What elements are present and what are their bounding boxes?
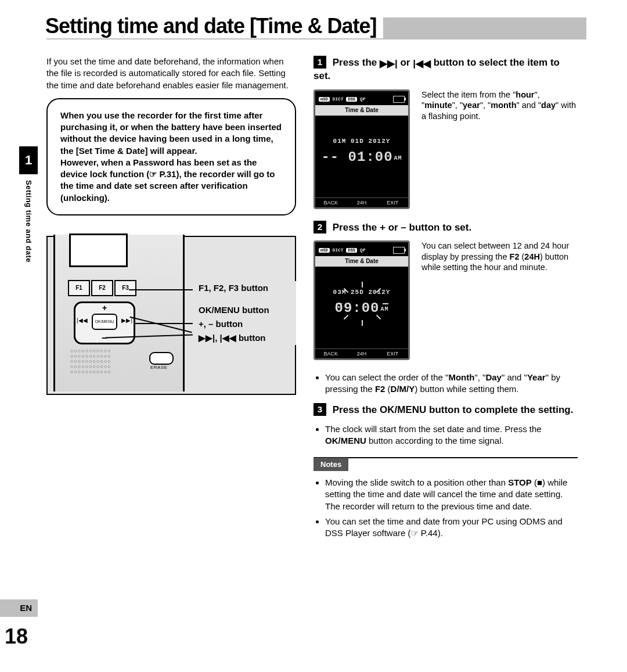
diagram-label-plusminus: +, – button [199,317,296,331]
diagram-erase-label: ERASE [150,365,168,370]
diagram-f1-key: F1 [68,280,90,296]
step1-lcd: mSD DICT DSS QP Time & Date 01M 01D 2012… [314,89,410,209]
language-tab: EN [0,599,38,617]
step2-bullet: You can select the order of the "Month",… [325,372,578,396]
lcd-softkey-exit: EXIT [377,348,408,357]
step3-bullet: The clock will start from the set date a… [325,423,578,447]
lcd-softkey-24h: 24H [346,348,377,357]
diagram-f3-key: F3 [114,280,136,296]
device-diagram: F1 F2 F3 + |◀◀ OK/MENU ▶▶| – ○○○○○○○○○○○… [46,236,296,395]
page-title: Setting time and date [Time & Date] [45,14,383,38]
diagram-label-fkeys: F1, F2, F3 button [199,281,296,295]
lcd-softkey-back: BACK [315,197,346,206]
step3-heading: 3 Press the OK/MENU button to complete t… [314,403,578,416]
diagram-label-okmenu: OK/MENU button [199,303,296,317]
step1-heading: 1 Press the ▶▶| or |◀◀ button to select … [314,56,578,82]
lcd-softkey-exit: EXIT [377,197,408,206]
page-number: 18 [5,624,28,649]
lcd-softkey-24h: 24H [346,197,377,206]
step2-heading: 2 Press the + or – button to set. [314,221,578,233]
diagram-f2-key: F2 [91,280,113,296]
step1-side-note: Select the item from the "hour", "minute… [421,89,578,209]
step2-lcd: mSD DICT DSS QP Time & Date 03M 25D 2012… [314,240,410,360]
section-vertical-label: Setting time and date [24,180,33,263]
step2-side-note: You can select between 12 and 24 hour di… [421,240,578,360]
notes-item: Moving the slide switch to a position ot… [325,477,578,512]
lcd-softkey-back: BACK [315,348,346,357]
intro-paragraph: If you set the time and date beforehand,… [46,56,296,91]
diagram-navpad: + |◀◀ OK/MENU ▶▶| – [74,301,135,344]
diagram-label-ffrew: ▶▶|, |◀◀ button [199,331,296,345]
notes-item: You can set the time and date from your … [325,516,578,540]
first-use-note-box: When you use the recorder for the first … [46,98,296,215]
left-rail: 1 Setting time and date EN 18 [0,0,38,672]
notes-label: Notes [314,458,348,471]
section-number-tab: 1 [19,146,38,174]
